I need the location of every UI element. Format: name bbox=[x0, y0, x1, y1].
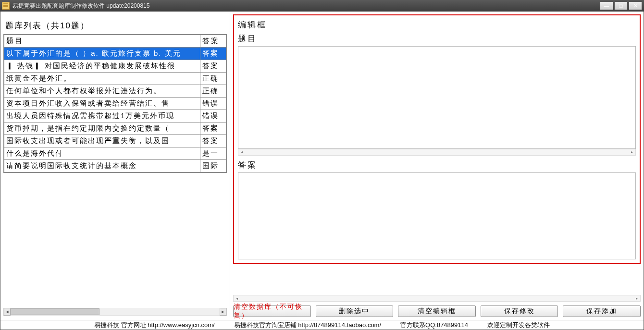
cell-answer: 错误 bbox=[200, 110, 226, 122]
window-controls: — □ ✕ bbox=[599, 1, 642, 10]
minimize-button[interactable]: — bbox=[600, 1, 613, 10]
scroll-thumb[interactable] bbox=[11, 308, 99, 315]
table-row[interactable]: 纸黄金不是外汇。正确 bbox=[4, 73, 226, 85]
left-pane: 题库列表（共10题） 题目 答案 以下属于外汇的是（ ）a. 欧元旅行支票 b.… bbox=[0, 12, 230, 320]
cell-question: 任何单位和个人都有权举报外汇违法行为。 bbox=[4, 85, 200, 98]
question-table[interactable]: 题目 答案 以下属于外汇的是（ ）a. 欧元旅行支票 b. 美元答案▎ 热钱▎ … bbox=[3, 34, 227, 173]
cell-answer: 正确 bbox=[200, 85, 226, 98]
scroll-left-icon[interactable]: ◂ bbox=[234, 295, 240, 301]
delete-selected-button[interactable]: 删除选中 bbox=[316, 306, 394, 317]
table-row[interactable]: 货币掉期，是指在约定期限内交换约定数量（答案 bbox=[4, 122, 226, 135]
scroll-left-icon[interactable]: ◄ bbox=[4, 308, 11, 316]
editor-panel-title: 编辑框 bbox=[238, 18, 636, 32]
clear-editor-button[interactable]: 清空编辑框 bbox=[398, 306, 476, 317]
table-row[interactable]: ▎ 热钱▎ 对国民经济的平稳健康发展破坏性很答案 bbox=[4, 60, 226, 73]
col-question[interactable]: 题目 bbox=[4, 35, 200, 48]
maximize-button[interactable]: □ bbox=[614, 1, 628, 10]
app-body: 题库列表（共10题） 题目 答案 以下属于外汇的是（ ）a. 欧元旅行支票 b.… bbox=[0, 12, 644, 330]
table-row[interactable]: 资本项目外汇收入保留或者卖给经营结汇、售错误 bbox=[4, 98, 226, 110]
table-row[interactable]: 请简要说明国际收支统计的基本概念国际 bbox=[4, 160, 226, 172]
question-list-title: 题库列表（共10题） bbox=[3, 15, 227, 34]
action-button-row: 清空数据库（不可恢复） 删除选中 清空编辑框 保存修改 保存添加 bbox=[233, 305, 641, 318]
status-bar: 易捷科技 官方网址 http://www.easyjcn.com/ 易捷科技官方… bbox=[0, 320, 644, 330]
save-modify-button[interactable]: 保存修改 bbox=[481, 306, 558, 317]
cell-answer: 答案 bbox=[200, 60, 226, 73]
close-button[interactable]: ✕ bbox=[629, 1, 642, 10]
scroll-left-icon[interactable]: ◂ bbox=[238, 149, 245, 155]
save-add-button[interactable]: 保存添加 bbox=[563, 306, 641, 317]
cell-answer: 错误 bbox=[200, 98, 226, 110]
status-custom: 欢迎定制开发各类软件 bbox=[487, 321, 550, 330]
cell-question: 资本项目外汇收入保留或者卖给经营结汇、售 bbox=[4, 98, 200, 110]
cell-question: 纸黄金不是外汇。 bbox=[4, 73, 200, 85]
cell-answer: 是一 bbox=[200, 147, 226, 160]
question-textarea[interactable] bbox=[238, 46, 636, 149]
window-title: 易捷竞赛出题配套题库制作修改软件 update20200815 bbox=[12, 2, 599, 10]
question-label: 题目 bbox=[238, 32, 636, 46]
table-row[interactable]: 什么是海外代付是一 bbox=[4, 147, 226, 160]
table-row[interactable]: 出境人员因特殊情况需携带超过1万美元外币现错误 bbox=[4, 110, 226, 122]
scroll-right-icon[interactable]: ▸ bbox=[633, 295, 640, 301]
status-qq: 官方联系QQ:874899114 bbox=[400, 321, 468, 330]
cell-answer: 答案 bbox=[200, 48, 226, 60]
editor-panel: 编辑框 题目 ◂ ▸ 答案 bbox=[233, 14, 641, 264]
cell-answer: 答案 bbox=[200, 122, 226, 135]
cell-question: 什么是海外代付 bbox=[4, 147, 200, 160]
clear-database-button[interactable]: 清空数据库（不可恢复） bbox=[233, 306, 311, 317]
scroll-right-icon[interactable]: ▸ bbox=[629, 149, 635, 155]
cell-answer: 答案 bbox=[200, 135, 226, 147]
cell-answer: 正确 bbox=[200, 73, 226, 85]
main-area: 题库列表（共10题） 题目 答案 以下属于外汇的是（ ）a. 欧元旅行支票 b.… bbox=[0, 12, 644, 320]
left-horizontal-scrollbar[interactable]: ◄ ► bbox=[3, 308, 227, 316]
col-answer[interactable]: 答案 bbox=[200, 35, 226, 48]
scroll-right-icon[interactable]: ► bbox=[220, 308, 226, 316]
question-hscroll[interactable]: ◂ ▸ bbox=[238, 149, 636, 156]
title-bar: 易捷竞赛出题配套题库制作修改软件 update20200815 — □ ✕ bbox=[0, 0, 644, 12]
table-row[interactable]: 任何单位和个人都有权举报外汇违法行为。正确 bbox=[4, 85, 226, 98]
app-icon bbox=[2, 2, 10, 10]
answer-textarea[interactable] bbox=[238, 172, 636, 259]
cell-question: 以下属于外汇的是（ ）a. 欧元旅行支票 b. 美元 bbox=[4, 48, 200, 60]
lower-hscroll[interactable]: ◂ ▸ bbox=[233, 295, 641, 302]
lower-right-area: ◂ ▸ bbox=[233, 267, 641, 302]
cell-question: ▎ 热钱▎ 对国民经济的平稳健康发展破坏性很 bbox=[4, 60, 200, 73]
cell-question: 货币掉期，是指在约定期限内交换约定数量（ bbox=[4, 122, 200, 135]
right-pane: 编辑框 题目 ◂ ▸ 答案 ◂ ▸ bbox=[230, 12, 644, 320]
table-row[interactable]: 国际收支出现或者可能出现严重失衡，以及国答案 bbox=[4, 135, 226, 147]
status-taobao: 易捷科技官方淘宝店铺 http://874899114.taobao.com/ bbox=[234, 321, 381, 330]
cell-question: 请简要说明国际收支统计的基本概念 bbox=[4, 160, 200, 172]
cell-question: 国际收支出现或者可能出现严重失衡，以及国 bbox=[4, 135, 200, 147]
cell-answer: 国际 bbox=[200, 160, 226, 172]
cell-question: 出境人员因特殊情况需携带超过1万美元外币现 bbox=[4, 110, 200, 122]
table-row[interactable]: 以下属于外汇的是（ ）a. 欧元旅行支票 b. 美元答案 bbox=[4, 48, 226, 60]
status-website: 易捷科技 官方网址 http://www.easyjcn.com/ bbox=[94, 321, 215, 330]
answer-label: 答案 bbox=[238, 159, 636, 172]
